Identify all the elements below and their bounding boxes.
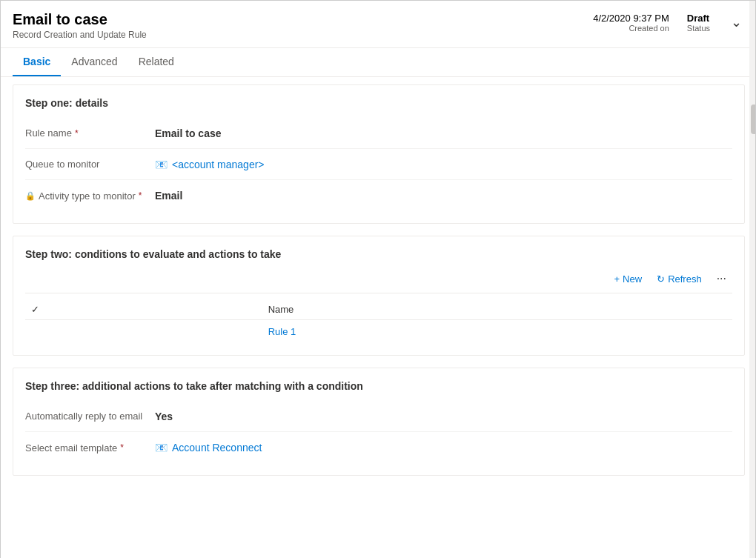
step-one-card: Step one: details Rule name * Email to c… xyxy=(13,84,745,224)
label-email-template-text: Select email template xyxy=(25,442,117,454)
status-value: Draft xyxy=(687,13,710,24)
step-two-card: Step two: conditions to evaluate and act… xyxy=(13,236,745,356)
refresh-icon: ↻ xyxy=(657,273,665,285)
step-three-card: Step three: additional actions to take a… xyxy=(13,368,745,476)
status-block: Draft Status xyxy=(687,13,710,33)
field-email-template: Select email template * 📧 Account Reconn… xyxy=(25,432,732,463)
rules-table: ✓ Name Rule 1 xyxy=(25,299,732,343)
value-auto-reply: Yes xyxy=(155,411,732,422)
page-title: Email to case xyxy=(13,11,147,28)
lock-icon-activity: 🔒 xyxy=(25,191,36,201)
label-auto-reply: Automatically reply to email xyxy=(25,411,155,422)
col-check: ✓ xyxy=(25,299,262,320)
tab-basic[interactable]: Basic xyxy=(13,48,61,76)
tabs-bar: Basic Advanced Related xyxy=(1,48,756,77)
refresh-button[interactable]: ↻ Refresh xyxy=(651,270,708,288)
template-link-text: Account Reconnect xyxy=(172,442,262,454)
field-queue-monitor: Queue to monitor 📧 <account manager> xyxy=(25,149,732,180)
header-right: 4/2/2020 9:37 PM Created on Draft Status… xyxy=(593,11,745,33)
plus-icon: + xyxy=(614,273,620,285)
col-name-header: Name xyxy=(262,299,732,320)
queue-link-text: <account manager> xyxy=(172,159,265,170)
tab-related[interactable]: Related xyxy=(128,48,185,76)
required-star-activity: * xyxy=(139,190,142,201)
label-queue-monitor-text: Queue to monitor xyxy=(25,159,99,170)
queue-link-icon: 📧 xyxy=(155,159,168,170)
label-activity-type: 🔒 Activity type to monitor * xyxy=(25,190,155,202)
label-activity-type-text: Activity type to monitor xyxy=(39,190,136,202)
value-rule-name: Email to case xyxy=(155,127,732,139)
label-queue-monitor: Queue to monitor xyxy=(25,159,155,170)
value-queue-monitor[interactable]: 📧 <account manager> xyxy=(155,159,732,170)
required-star-template: * xyxy=(120,442,124,453)
created-on-value: 4/2/2020 9:37 PM xyxy=(593,13,669,24)
step-two-title: Step two: conditions to evaluate and act… xyxy=(25,248,732,260)
tab-advanced[interactable]: Advanced xyxy=(61,48,127,76)
rule-name-link[interactable]: Rule 1 xyxy=(262,320,732,344)
new-label: New xyxy=(623,273,642,285)
field-rule-name: Rule name * Email to case xyxy=(25,118,732,149)
new-button[interactable]: + New xyxy=(609,270,649,288)
header-left: Email to case Record Creation and Update… xyxy=(13,11,147,40)
created-on-block: 4/2/2020 9:37 PM Created on xyxy=(593,13,669,33)
field-activity-type: 🔒 Activity type to monitor * Email xyxy=(25,180,732,211)
step-one-title: Step one: details xyxy=(25,97,732,109)
more-options-button[interactable]: ··· xyxy=(711,269,732,288)
status-dropdown-button[interactable]: ⌄ xyxy=(728,11,745,33)
label-auto-reply-text: Automatically reply to email xyxy=(25,411,142,422)
step-two-toolbar: + New ↻ Refresh ··· xyxy=(25,269,732,293)
label-rule-name: Rule name * xyxy=(25,127,155,139)
check-icon-header: ✓ xyxy=(31,304,39,315)
value-email-template[interactable]: 📧 Account Reconnect xyxy=(155,442,732,454)
header: Email to case Record Creation and Update… xyxy=(1,1,756,48)
value-activity-type: Email xyxy=(155,190,732,202)
refresh-label: Refresh xyxy=(668,273,702,285)
created-on-label: Created on xyxy=(593,24,669,33)
field-auto-reply: Automatically reply to email Yes xyxy=(25,401,732,432)
template-link-icon: 📧 xyxy=(155,442,168,454)
main-content: Step one: details Rule name * Email to c… xyxy=(1,77,756,554)
table-row: Rule 1 xyxy=(25,320,732,344)
label-rule-name-text: Rule name xyxy=(25,127,72,139)
page-subtitle: Record Creation and Update Rule xyxy=(13,30,147,40)
row-check xyxy=(25,320,262,344)
page-wrapper: Email to case Record Creation and Update… xyxy=(1,1,756,558)
scrollbar-thumb[interactable] xyxy=(751,104,756,134)
status-label: Status xyxy=(687,24,710,33)
scrollbar[interactable] xyxy=(749,1,756,558)
label-email-template: Select email template * xyxy=(25,442,155,454)
step-three-title: Step three: additional actions to take a… xyxy=(25,380,732,392)
required-star-rule-name: * xyxy=(75,128,79,139)
